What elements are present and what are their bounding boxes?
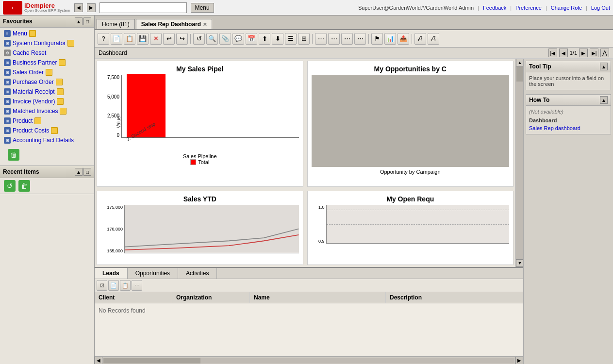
sales-rep-link[interactable]: Sales Rep dashboard: [529, 125, 580, 131]
content-area: Home (81) Sales Rep Dashboard ✕ ? 📄 📋 💾 …: [95, 16, 613, 364]
chat-btn[interactable]: 💬: [232, 33, 244, 45]
bottom-tabs: Leads Opportunities Activities: [95, 268, 523, 279]
print1-btn[interactable]: 🖨: [414, 33, 426, 45]
delete-btn[interactable]: ✕: [150, 33, 162, 45]
sidebar-item-cache-reset[interactable]: ⚙ Cache Reset: [0, 48, 94, 58]
favourites-expand-btn[interactable]: □: [83, 17, 91, 25]
dash-collapse-btn[interactable]: ⋀: [600, 49, 609, 57]
zoom-btn[interactable]: 🔍: [206, 33, 218, 45]
bottom-more-btn[interactable]: ⋯: [132, 280, 142, 291]
sidebar-item-material-receipt[interactable]: ⊞ Material Receipt: [0, 87, 94, 97]
save-btn[interactable]: 💾: [137, 33, 149, 45]
tab-leads[interactable]: Leads: [95, 268, 128, 279]
flag-btn[interactable]: ⚑: [371, 33, 383, 45]
window-nav-prev[interactable]: ◀: [74, 3, 83, 12]
redo-btn[interactable]: ↪: [176, 33, 188, 45]
preference-link[interactable]: Preference: [515, 5, 542, 11]
purchase-order-icon: ⊞: [4, 79, 11, 85]
dash-nav-last[interactable]: ▶|: [590, 49, 598, 57]
right-panel: Tool Tip ▲ Place your cursor into a fiel…: [523, 59, 613, 364]
menu-button[interactable]: Menu: [191, 3, 214, 13]
folder-icon: [34, 117, 41, 124]
bottom-area: Leads Opportunities Activities ☑ 📄 📋 ⋯ C…: [95, 267, 523, 364]
more3-btn[interactable]: ⋯: [341, 33, 353, 45]
sidebar-item-sales-order[interactable]: ⊞ Sales Order: [0, 67, 94, 77]
sidebar-item-label: Product: [13, 117, 33, 124]
recent-collapse-btn[interactable]: ▲: [75, 168, 83, 176]
hscroll-right[interactable]: ▶: [515, 357, 523, 364]
attach-btn[interactable]: 📎: [219, 33, 231, 45]
change-role-link[interactable]: Change Role: [551, 5, 582, 11]
form-btn[interactable]: ⊞: [298, 33, 310, 45]
tab-home[interactable]: Home (81): [97, 19, 135, 29]
vscroll-down[interactable]: ▼: [516, 259, 523, 267]
tabbar: Home (81) Sales Rep Dashboard ✕: [95, 16, 613, 30]
hscroll-left[interactable]: ◀: [95, 357, 102, 364]
window-nav-next[interactable]: ▶: [87, 3, 96, 12]
sidebar-item-matched-invoices[interactable]: ⊞ Matched Invoices: [0, 106, 94, 116]
favourites-items: ≡ Menu ⊞ System Configurator ⚙ Cache Res…: [0, 28, 94, 165]
export-btn[interactable]: 📤: [398, 33, 409, 45]
sidebar-item-business-partner[interactable]: ⊞ Business Partner: [0, 58, 94, 67]
feedback-link[interactable]: Feedback: [483, 5, 506, 11]
partner-icon: ⊞: [4, 59, 11, 66]
opportunities-panel: My Opportunities by C Opportunity by Cam…: [307, 61, 514, 187]
recent-trash-icon[interactable]: 🗑: [18, 180, 30, 192]
recent-expand-btn[interactable]: □: [83, 168, 91, 176]
breadcrumb: Dashboard: [99, 50, 127, 56]
more2-btn[interactable]: ⋯: [328, 33, 340, 45]
copy-btn[interactable]: 📋: [124, 33, 135, 45]
favourites-section: Favourites ▲ □ ≡ Menu ⊞ System Configura…: [0, 16, 94, 166]
tooltip-title: Tool Tip: [529, 63, 551, 70]
more1-btn[interactable]: ⋯: [315, 33, 327, 45]
new-btn[interactable]: 📄: [111, 33, 122, 45]
folder-icon: [57, 98, 64, 105]
window-select[interactable]: [99, 2, 187, 13]
nav-down-btn[interactable]: ⬇: [272, 33, 283, 45]
vscroll-up[interactable]: ▲: [516, 59, 523, 66]
table-header: Client Organization Name Description: [95, 292, 523, 303]
hscroll-thumb[interactable]: [103, 358, 200, 364]
help-btn[interactable]: ?: [98, 33, 109, 45]
favourites-collapse-btn[interactable]: ▲: [75, 17, 83, 25]
dash-nav-first[interactable]: |◀: [548, 49, 557, 57]
opp-chart-placeholder: [312, 75, 510, 167]
dash-nav-prev[interactable]: ◀: [559, 49, 568, 57]
trash-button[interactable]: 🗑: [8, 149, 19, 161]
sidebar-item-purchase-order[interactable]: ⊞ Purchase Order: [0, 77, 94, 87]
dash-nav-next[interactable]: ▶: [579, 49, 588, 57]
more4-btn[interactable]: ⋯: [354, 33, 366, 45]
req-title: My Open Requ: [312, 195, 510, 203]
tab-close-btn[interactable]: ✕: [203, 22, 207, 27]
sidebar-item-label: Matched Invoices: [13, 108, 58, 115]
vscroll-thumb[interactable]: [516, 67, 523, 82]
howto-collapse-btn[interactable]: ▲: [600, 96, 608, 104]
calendar-btn[interactable]: 📅: [246, 33, 257, 45]
sidebar: Favourites ▲ □ ≡ Menu ⊞ System Configura…: [0, 16, 95, 364]
nav-up-btn[interactable]: ⬆: [259, 33, 270, 45]
bottom-new-btn[interactable]: 📄: [108, 280, 119, 291]
refresh-btn[interactable]: ↺: [193, 33, 205, 45]
print2-btn[interactable]: 🖨: [428, 33, 439, 45]
tab-sales-rep-dashboard[interactable]: Sales Rep Dashboard ✕: [136, 19, 212, 29]
list-btn[interactable]: ☰: [285, 33, 297, 45]
tab-opportunities[interactable]: Opportunities: [128, 268, 178, 279]
sidebar-item-system-config[interactable]: ⊞ System Configurator: [0, 38, 94, 48]
bottom-checkbox[interactable]: ☑: [97, 280, 107, 291]
logout-link[interactable]: Log Out: [591, 5, 610, 11]
recent-refresh-icon[interactable]: ↺: [4, 180, 16, 192]
folder-icon: [51, 127, 58, 134]
sidebar-item-accounting-fact[interactable]: ⊞ Accounting Fact Details: [0, 135, 94, 145]
sidebar-item-product[interactable]: ⊞ Product: [0, 116, 94, 126]
sidebar-item-menu[interactable]: ≡ Menu: [0, 29, 94, 38]
bottom-toolbar: ☑ 📄 📋 ⋯: [95, 279, 523, 292]
bottom-copy-btn[interactable]: 📋: [120, 280, 131, 291]
sidebar-item-product-costs[interactable]: ⊞ Product Costs: [0, 126, 94, 135]
undo-btn[interactable]: ↩: [163, 33, 175, 45]
chart-btn[interactable]: 📊: [384, 33, 396, 45]
tooltip-collapse-btn[interactable]: ▲: [600, 63, 608, 70]
sidebar-item-invoice-vendor[interactable]: ⊞ Invoice (Vendor): [0, 97, 94, 106]
sidebar-item-label: Material Receipt: [13, 88, 55, 95]
opp-subtitle: Opportunity by Campaign: [312, 169, 510, 175]
tab-activities[interactable]: Activities: [178, 268, 217, 279]
